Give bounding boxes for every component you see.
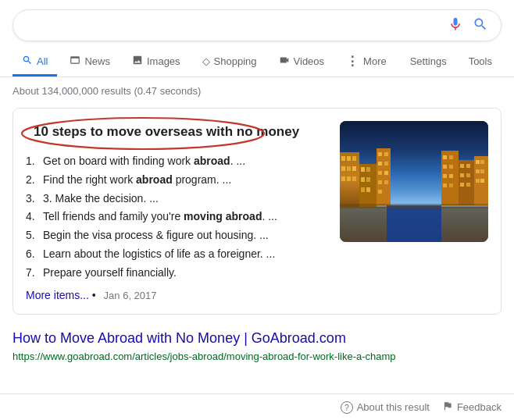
featured-result-list: 1. Get on board with finding work abroad…: [26, 152, 327, 283]
help-icon: ?: [341, 401, 353, 414]
list-item: 7. Prepare yourself financially.: [26, 264, 327, 283]
tab-settings[interactable]: Settings: [401, 49, 456, 76]
result-text-column: 10 steps to move overseas with no money …: [26, 121, 327, 301]
svg-rect-43: [460, 173, 464, 177]
svg-rect-42: [466, 164, 470, 168]
svg-rect-26: [378, 171, 382, 175]
svg-rect-16: [366, 167, 370, 172]
svg-rect-29: [384, 180, 388, 184]
svg-rect-54: [340, 207, 387, 242]
feedback-button[interactable]: Feedback: [442, 400, 502, 414]
svg-rect-44: [466, 173, 470, 177]
svg-rect-48: [476, 160, 480, 164]
svg-rect-27: [384, 171, 388, 175]
list-item: 4. Tell friends and family you're moving…: [26, 208, 327, 226]
images-icon: [132, 55, 143, 68]
search-input[interactable]: How to move abroad with no money: [26, 19, 448, 33]
svg-rect-50: [476, 169, 480, 173]
featured-result-title-wrapper[interactable]: 10 steps to move overseas with no money: [26, 121, 307, 143]
tab-shopping[interactable]: ◇ Shopping: [193, 49, 266, 76]
svg-rect-53: [480, 179, 484, 183]
tab-more-label: More: [363, 55, 387, 67]
svg-rect-45: [460, 183, 464, 187]
svg-rect-22: [378, 152, 382, 156]
link-result: How to Move Abroad with No Money | GoAbr…: [0, 321, 514, 367]
list-item: 5. Begin the visa process & figure out h…: [26, 226, 327, 245]
svg-rect-6: [347, 156, 351, 161]
list-item: 1. Get on board with finding work abroad…: [26, 152, 327, 171]
link-result-url: https://www.goabroad.com/articles/jobs-a…: [12, 351, 396, 362]
result-dot-separator: •: [92, 289, 99, 301]
all-icon: [22, 55, 33, 68]
tab-videos[interactable]: Videos: [269, 48, 334, 77]
svg-rect-37: [449, 174, 453, 178]
svg-rect-41: [460, 164, 464, 168]
tab-tools-label: Tools: [469, 55, 492, 67]
svg-rect-36: [443, 174, 447, 178]
svg-rect-38: [443, 183, 447, 187]
svg-rect-5: [341, 156, 345, 161]
svg-rect-19: [361, 187, 365, 192]
result-more-items: More items... • Jan 6, 2017: [26, 289, 327, 301]
tab-tools[interactable]: Tools: [459, 49, 502, 76]
svg-rect-20: [366, 187, 370, 192]
link-result-title[interactable]: How to Move Abroad with No Money | GoAbr…: [12, 330, 502, 347]
tab-more[interactable]: ⋮ More: [337, 48, 396, 77]
tab-news[interactable]: News: [60, 48, 120, 77]
svg-rect-23: [384, 152, 388, 156]
svg-rect-11: [341, 176, 345, 181]
svg-rect-10: [352, 166, 356, 171]
news-icon: [70, 55, 80, 68]
svg-rect-7: [352, 156, 356, 161]
svg-rect-25: [384, 162, 388, 166]
svg-rect-30: [378, 190, 382, 194]
search-icons: [448, 16, 488, 34]
svg-rect-13: [352, 176, 356, 181]
about-result-button[interactable]: ? About this result: [341, 401, 430, 414]
svg-rect-57: [340, 204, 488, 208]
svg-rect-51: [480, 169, 484, 173]
about-result-label: About this result: [357, 401, 430, 413]
featured-result-card: 10 steps to move overseas with no money …: [12, 108, 502, 315]
tab-news-label: News: [84, 55, 110, 67]
svg-rect-15: [361, 167, 365, 172]
svg-rect-34: [443, 165, 447, 169]
svg-rect-17: [361, 177, 365, 182]
list-item: 3. 3. Make the decision. ...: [26, 190, 327, 208]
videos-icon: [279, 55, 290, 68]
list-item: 6. Learn about the logistics of life as …: [26, 245, 327, 264]
search-bar-container: How to move abroad with no money: [0, 0, 514, 41]
svg-rect-12: [347, 176, 351, 181]
svg-rect-28: [378, 180, 382, 184]
svg-rect-52: [476, 179, 480, 183]
svg-rect-9: [347, 166, 351, 171]
more-items-link[interactable]: More items...: [26, 289, 89, 301]
search-bar: How to move abroad with no money: [12, 9, 502, 41]
flag-icon: [442, 400, 453, 414]
tab-videos-label: Videos: [294, 55, 325, 67]
svg-rect-55: [441, 207, 488, 242]
svg-rect-8: [341, 166, 345, 171]
tab-images[interactable]: Images: [123, 48, 190, 77]
svg-rect-18: [366, 177, 370, 182]
result-date: Jan 6, 2017: [104, 290, 157, 301]
list-item: 2. Find the right work abroad program. .…: [26, 171, 327, 190]
svg-rect-33: [449, 155, 453, 159]
nav-tabs: All News Images ◇ Shopping Videos ⋮ More…: [0, 41, 514, 77]
tab-images-label: Images: [147, 55, 180, 67]
nav-right-tabs: Settings Tools: [401, 49, 502, 75]
svg-rect-21: [377, 148, 391, 205]
more-dots-icon: ⋮: [346, 54, 359, 69]
svg-rect-49: [480, 160, 484, 164]
results-count: About 134,000,000 results (0.47 seconds): [0, 77, 514, 101]
tab-all-label: All: [37, 55, 48, 67]
microphone-icon[interactable]: [448, 16, 463, 34]
svg-rect-56: [387, 205, 441, 242]
search-icon-btn[interactable]: [473, 16, 488, 34]
shopping-icon: ◇: [202, 55, 210, 67]
svg-rect-24: [378, 162, 382, 166]
svg-rect-32: [443, 155, 447, 159]
feedback-label: Feedback: [457, 401, 502, 413]
svg-rect-39: [449, 183, 453, 187]
tab-all[interactable]: All: [12, 48, 57, 77]
